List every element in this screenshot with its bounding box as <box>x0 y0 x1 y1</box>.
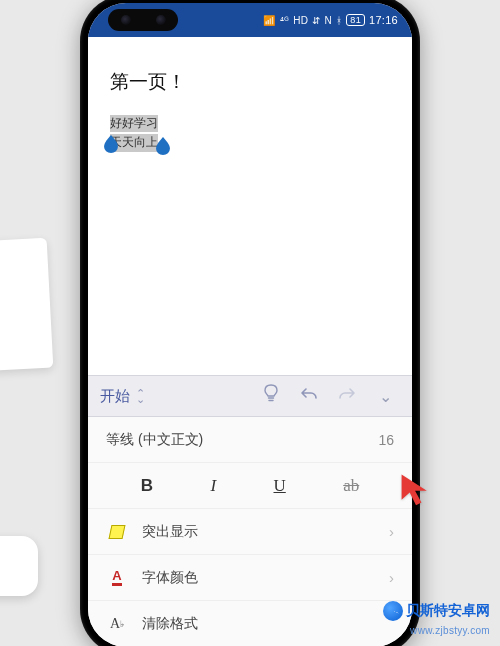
text-selection[interactable]: 好好学习 天天向上 <box>110 113 158 152</box>
highlight-icon <box>106 525 128 539</box>
redo-icon[interactable] <box>332 386 362 406</box>
ribbon-tab-switcher[interactable]: 开始 ⌃⌄ <box>100 387 145 406</box>
chevron-right-icon: › <box>389 569 394 586</box>
phone-frame: 📶 ⁴ᴳ HD ⇵ N ᚼ 81 17:16 第一页！ 好好学习 天天向上 <box>80 0 420 646</box>
clear-format-icon: A♭ <box>106 616 128 632</box>
selection-handle-end[interactable] <box>156 137 170 155</box>
format-panel: 等线 (中文正文) 16 B I U ab 突出显示 › A 字体颜色 › A♭ <box>88 417 412 646</box>
clock: 17:16 <box>369 14 398 26</box>
signal-icon: 📶 <box>263 15 275 26</box>
italic-button[interactable]: I <box>210 476 216 496</box>
selected-line-1[interactable]: 好好学习 <box>110 115 158 132</box>
battery-pct: 81 <box>350 15 361 25</box>
watermark-logo-icon <box>383 601 403 621</box>
font-color-label: 字体颜色 <box>142 569 389 587</box>
tab-label: 开始 <box>100 387 130 406</box>
font-row[interactable]: 等线 (中文正文) 16 <box>88 417 412 463</box>
nfc-icon: N <box>325 15 333 26</box>
desk-paper <box>0 238 53 373</box>
tutorial-cursor-icon <box>398 471 434 507</box>
chevron-right-icon: › <box>389 523 394 540</box>
bluetooth-icon: ᚼ <box>336 15 342 26</box>
watermark: 贝斯特安卓网 www.zjbstyy.com <box>383 601 490 638</box>
bold-button[interactable]: B <box>141 476 153 496</box>
highlight-row[interactable]: 突出显示 › <box>88 509 412 555</box>
camera-cutout <box>108 9 178 31</box>
clear-format-row[interactable]: A♭ 清除格式 <box>88 601 412 646</box>
document-canvas[interactable]: 第一页！ 好好学习 天天向上 <box>88 37 412 375</box>
watermark-url: www.zjbstyy.com <box>410 625 490 636</box>
font-name[interactable]: 等线 (中文正文) <box>106 431 203 449</box>
tell-me-icon[interactable] <box>256 384 286 408</box>
volte-icon: HD <box>293 15 308 26</box>
collapse-ribbon-icon[interactable]: ⌄ <box>370 387 400 406</box>
font-color-icon: A <box>106 569 128 586</box>
clear-format-label: 清除格式 <box>142 615 394 633</box>
chevron-updown-icon: ⌃⌄ <box>136 390 145 402</box>
battery-indicator: 81 <box>346 14 365 26</box>
watermark-cn: 贝斯特安卓网 <box>406 602 490 618</box>
highlight-label: 突出显示 <box>142 523 389 541</box>
network-type: ⁴ᴳ <box>280 15 290 26</box>
hotspot-icon: ⇵ <box>312 15 320 26</box>
underline-button[interactable]: U <box>274 476 286 496</box>
undo-icon[interactable] <box>294 386 324 406</box>
ribbon-header: 开始 ⌃⌄ ⌄ <box>88 375 412 417</box>
phone-screen: 📶 ⁴ᴳ HD ⇵ N ᚼ 81 17:16 第一页！ 好好学习 天天向上 <box>88 3 412 646</box>
strike-button[interactable]: ab <box>343 476 359 496</box>
text-style-row: B I U ab <box>88 463 412 509</box>
font-size[interactable]: 16 <box>378 432 394 448</box>
desk-airpods <box>0 536 38 596</box>
selection-handle-start[interactable] <box>104 135 118 153</box>
font-color-row[interactable]: A 字体颜色 › <box>88 555 412 601</box>
page-title[interactable]: 第一页！ <box>110 69 390 95</box>
